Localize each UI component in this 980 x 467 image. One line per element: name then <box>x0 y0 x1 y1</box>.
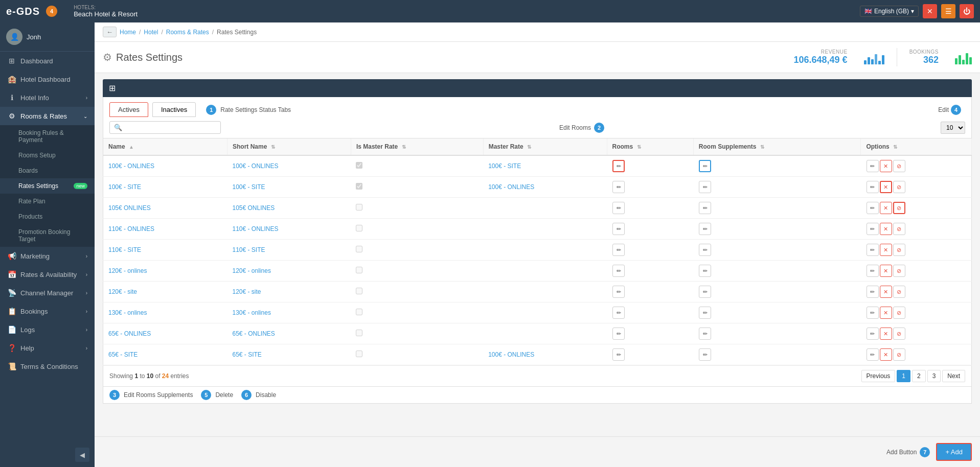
edit-option-button[interactable]: ✏ <box>867 181 879 193</box>
sidebar-item-rooms-rates[interactable]: ⚙ Rooms & Rates ⌄ <box>0 107 95 125</box>
sub-item-booking-rules[interactable]: Booking Rules & Payment <box>0 125 95 148</box>
sub-item-rooms-setup[interactable]: Rooms Setup <box>0 148 95 163</box>
rate-short-name-link[interactable]: 65€ - SITE <box>233 351 262 358</box>
delete-x-button[interactable]: ✕ <box>880 328 892 340</box>
rate-short-name-link[interactable]: 120€ - site <box>233 288 261 295</box>
disable-button[interactable]: ⊘ <box>893 160 905 172</box>
rate-short-name-link[interactable]: 120€ - onlines <box>233 267 271 274</box>
edit-supplements-button[interactable]: ✏ <box>699 348 711 361</box>
sidebar-item-channel-manager[interactable]: 📡 Channel Manager › <box>0 284 95 302</box>
delete-x-button[interactable]: ✕ <box>880 202 892 214</box>
next-page-button[interactable]: Next <box>942 370 965 382</box>
sub-item-rate-plan[interactable]: Rate Plan <box>0 194 95 209</box>
sidebar-item-dashboard[interactable]: ⊞ Dashboard <box>0 52 95 70</box>
edit-supplements-button[interactable]: ✏ <box>699 181 711 193</box>
sidebar-item-bookings[interactable]: 📋 Bookings › <box>0 302 95 320</box>
edit-rooms-button[interactable]: ✏ <box>612 286 625 298</box>
close-icon-btn[interactable]: ✕ <box>923 4 937 18</box>
delete-x-button[interactable]: ✕ <box>880 286 892 298</box>
disable-button[interactable]: ⊘ <box>893 181 905 193</box>
rate-short-name-link[interactable]: 105€ ONLINES <box>233 204 275 212</box>
edit-option-button[interactable]: ✏ <box>867 265 879 277</box>
rate-name-link[interactable]: 105€ ONLINES <box>108 204 151 212</box>
edit-rooms-button[interactable]: ✏ <box>612 160 625 172</box>
add-button[interactable]: + Add <box>936 443 972 461</box>
breadcrumb-rooms-rates[interactable]: Rooms & Rates <box>166 29 209 36</box>
rate-name-link[interactable]: 120€ - onlines <box>108 267 147 274</box>
prev-page-button[interactable]: Previous <box>861 370 896 382</box>
sidebar-item-rates-availability[interactable]: 📅 Rates & Availability › <box>0 265 95 284</box>
delete-x-button[interactable]: ✕ <box>880 181 892 193</box>
breadcrumb-home[interactable]: Home <box>120 29 136 36</box>
disable-button[interactable]: ⊘ <box>893 265 905 277</box>
edit-rooms-button[interactable]: ✏ <box>612 244 625 256</box>
rate-name-link[interactable]: 65€ - SITE <box>108 351 138 358</box>
rate-name-link[interactable]: 130€ - onlines <box>108 309 147 316</box>
rate-name-link[interactable]: 110€ - ONLINES <box>108 225 154 232</box>
rate-short-name-link[interactable]: 110€ - ONLINES <box>233 225 279 232</box>
delete-x-button[interactable]: ✕ <box>880 265 892 277</box>
edit-supplements-button[interactable]: ✏ <box>699 202 711 214</box>
rate-short-name-link[interactable]: 65€ - ONLINES <box>233 330 275 337</box>
edit-option-button[interactable]: ✏ <box>867 244 879 256</box>
edit-rooms-button[interactable]: ✏ <box>612 223 625 235</box>
edit-rooms-button[interactable]: ✏ <box>612 181 625 193</box>
edit-supplements-button[interactable]: ✏ <box>699 160 711 172</box>
edit-supplements-button[interactable]: ✏ <box>699 244 711 256</box>
edit-supplements-button[interactable]: ✏ <box>699 328 711 340</box>
logout-icon-btn[interactable]: ⏻ <box>960 4 974 18</box>
rate-name-link[interactable]: 120€ - site <box>108 288 137 295</box>
disable-button[interactable]: ⊘ <box>893 223 905 235</box>
disable-button[interactable]: ⊘ <box>893 348 905 361</box>
language-selector[interactable]: 🇬🇧 English (GB) ▾ <box>860 6 919 17</box>
edit-supplements-button[interactable]: ✏ <box>699 265 711 277</box>
edit-option-button[interactable]: ✏ <box>867 202 879 214</box>
rate-name-link[interactable]: 100€ - ONLINES <box>108 162 154 170</box>
sub-item-promotion-booking[interactable]: Promotion Booking Target <box>0 224 95 247</box>
sidebar-item-hotel-dashboard[interactable]: 🏨 Hotel Dashboard <box>0 70 95 88</box>
edit-rooms-button[interactable]: ✏ <box>612 265 625 277</box>
disable-button[interactable]: ⊘ <box>893 202 905 214</box>
delete-x-button[interactable]: ✕ <box>880 244 892 256</box>
edit-option-button[interactable]: ✏ <box>867 223 879 235</box>
delete-x-button[interactable]: ✕ <box>880 160 892 172</box>
edit-rooms-button[interactable]: ✏ <box>612 328 625 340</box>
disable-button[interactable]: ⊘ <box>893 328 905 340</box>
delete-x-button[interactable]: ✕ <box>880 307 892 319</box>
search-box[interactable]: 🔍 <box>109 121 221 134</box>
master-rate-link[interactable]: 100€ - ONLINES <box>488 183 534 191</box>
sidebar-item-help[interactable]: ❓ Help › <box>0 339 95 357</box>
page-3-button[interactable]: 3 <box>927 370 941 382</box>
edit-option-button[interactable]: ✏ <box>867 307 879 319</box>
back-button[interactable]: ← <box>103 27 117 37</box>
edit-option-button[interactable]: ✏ <box>867 286 879 298</box>
rate-name-link[interactable]: 110€ - SITE <box>108 246 141 253</box>
breadcrumb-hotel[interactable]: Hotel <box>144 29 158 36</box>
edit-rooms-button[interactable]: ✏ <box>612 307 625 319</box>
per-page-select[interactable]: 10 25 50 <box>941 122 965 134</box>
sidebar-item-terms[interactable]: 📜 Terms & Conditions <box>0 357 95 376</box>
disable-button[interactable]: ⊘ <box>893 286 905 298</box>
edit-rooms-button[interactable]: ✏ <box>612 202 625 214</box>
edit-supplements-button[interactable]: ✏ <box>699 286 711 298</box>
sidebar-item-marketing[interactable]: 📢 Marketing › <box>0 247 95 265</box>
master-rate-link[interactable]: 100€ - SITE <box>488 162 521 170</box>
rate-short-name-link[interactable]: 110€ - SITE <box>233 246 265 253</box>
edit-supplements-button[interactable]: ✏ <box>699 307 711 319</box>
rate-name-link[interactable]: 65€ - ONLINES <box>108 330 151 337</box>
notification-badge[interactable]: 4 <box>46 6 57 17</box>
sidebar-item-logs[interactable]: 📄 Logs › <box>0 320 95 339</box>
hotel-name[interactable]: Beach Hotel & Resort <box>74 10 138 18</box>
sub-item-boards[interactable]: Boards <box>0 163 95 178</box>
edit-rooms-button[interactable]: ✏ <box>612 348 625 361</box>
page-1-button[interactable]: 1 <box>897 370 910 382</box>
sidebar-item-hotel-info[interactable]: ℹ Hotel Info › <box>0 88 95 107</box>
disable-button[interactable]: ⊘ <box>893 244 905 256</box>
edit-option-button[interactable]: ✏ <box>867 160 879 172</box>
rate-short-name-link[interactable]: 100€ - ONLINES <box>233 162 279 170</box>
page-2-button[interactable]: 2 <box>912 370 926 382</box>
sub-item-rates-settings[interactable]: Rates Settings new <box>0 178 95 194</box>
master-rate-link[interactable]: 100€ - ONLINES <box>488 351 534 358</box>
edit-option-button[interactable]: ✏ <box>867 348 879 361</box>
tab-inactives[interactable]: Inactives <box>152 102 196 117</box>
